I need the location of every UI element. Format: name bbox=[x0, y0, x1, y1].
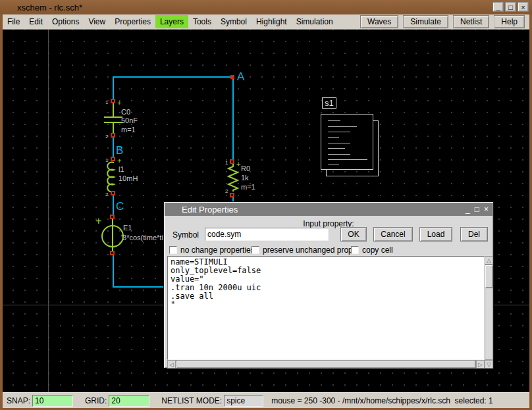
minimize-icon[interactable]: _ bbox=[492, 2, 504, 12]
cap-plate-top[interactable] bbox=[104, 116, 122, 118]
net-label-b[interactable]: B bbox=[116, 144, 123, 157]
res-value: 1k bbox=[241, 174, 249, 182]
source-circle[interactable] bbox=[101, 225, 124, 247]
edit-properties-dialog: Edit Properties _ □ × Input property: Sy… bbox=[163, 201, 494, 369]
copy-cell-label: copy cell bbox=[362, 245, 393, 255]
grid-input[interactable]: 20 bbox=[109, 395, 149, 407]
preserve-unchanged-props-checkbox[interactable] bbox=[252, 246, 259, 254]
scroll-left-icon[interactable]: ◁ bbox=[167, 360, 176, 369]
copy-cell-checkbox[interactable] bbox=[351, 246, 359, 254]
menu-layers[interactable]: Layers bbox=[155, 15, 188, 28]
axis-vertical bbox=[48, 30, 49, 392]
xschem-window: xschem - rlc.sch* _ □ × File Edit Option… bbox=[0, 0, 532, 410]
ind-name: l1 bbox=[119, 165, 124, 173]
no-change-properties-checkbox[interactable] bbox=[169, 246, 177, 254]
wire-endpoint bbox=[230, 75, 234, 79]
cap-pin1[interactable] bbox=[111, 99, 115, 103]
load-button[interactable]: Load bbox=[419, 227, 452, 242]
cap-name: C0 bbox=[121, 108, 130, 116]
horizontal-scroll-thumb[interactable] bbox=[176, 360, 476, 369]
ind-pin1[interactable] bbox=[111, 157, 115, 161]
ok-button[interactable]: OK bbox=[340, 227, 367, 242]
maximize-icon[interactable]: □ bbox=[505, 2, 516, 12]
net-label-a[interactable]: A bbox=[237, 70, 244, 84]
scroll-up-icon[interactable]: △ bbox=[485, 256, 493, 265]
src-pin2[interactable] bbox=[110, 251, 115, 255]
res-name: R0 bbox=[241, 165, 250, 172]
net-label-c[interactable]: C bbox=[116, 200, 124, 213]
menu-edit[interactable]: Edit bbox=[24, 15, 47, 28]
help-button[interactable]: Help bbox=[494, 15, 525, 28]
preserve-unchanged-props-label: preserve unchanged props bbox=[263, 245, 357, 255]
res-mult: m=1 bbox=[241, 183, 255, 191]
menu-view[interactable]: View bbox=[84, 15, 110, 28]
wire-src-bottom[interactable] bbox=[113, 253, 114, 288]
wire-cap-top[interactable] bbox=[113, 76, 114, 101]
menu-options[interactable]: Options bbox=[47, 15, 84, 28]
snap-label: SNAP: bbox=[7, 396, 30, 405]
menu-symbol[interactable]: Symbol bbox=[216, 15, 252, 28]
grid-label: GRID: bbox=[85, 396, 107, 405]
src-value: '3*cos(time*ti bbox=[121, 234, 163, 242]
ind-pin2-number: 2 bbox=[105, 192, 108, 197]
symbol-label: Symbol bbox=[173, 230, 199, 240]
menu-properties[interactable]: Properties bbox=[110, 15, 155, 28]
resistor-zigzag[interactable] bbox=[226, 164, 240, 192]
snap-input[interactable]: 10 bbox=[32, 395, 73, 407]
scroll-down-icon[interactable]: ▽ bbox=[485, 360, 493, 369]
res-pin2-number: 2 bbox=[225, 188, 228, 194]
cap-pin2[interactable] bbox=[111, 133, 115, 138]
netlist-mode-label: NETLIST MODE: bbox=[161, 396, 222, 405]
no-change-properties-label: no change properties bbox=[180, 245, 255, 255]
property-textarea[interactable]: name=STIMULI only_toplevel=false value="… bbox=[167, 256, 485, 360]
dialog-title: Edit Properties bbox=[182, 205, 238, 215]
cap-value: 50nF bbox=[121, 116, 138, 124]
wire-bottom[interactable] bbox=[113, 286, 169, 288]
cancel-button[interactable]: Cancel bbox=[373, 227, 413, 242]
code-symbol[interactable] bbox=[321, 114, 373, 170]
close-icon[interactable]: × bbox=[518, 2, 529, 12]
dialog-maximize-icon[interactable]: □ bbox=[475, 205, 479, 213]
inductor-coil[interactable] bbox=[103, 161, 119, 193]
statusbar: SNAP: 10 GRID: 20 NETLIST MODE: spice mo… bbox=[3, 392, 529, 408]
ind-pin2[interactable] bbox=[111, 191, 115, 195]
simulate-button[interactable]: Simulate bbox=[403, 15, 448, 28]
src-pin1[interactable] bbox=[110, 215, 115, 219]
symbol-input[interactable]: code.sym bbox=[205, 228, 329, 241]
wire-right[interactable] bbox=[232, 76, 234, 161]
src-plus: + bbox=[95, 216, 101, 226]
vertical-scroll-thumb[interactable] bbox=[485, 265, 493, 288]
menubar: File Edit Options View Properties Layers… bbox=[3, 14, 529, 30]
menu-file[interactable]: File bbox=[3, 15, 24, 28]
res-pin2[interactable] bbox=[230, 193, 234, 197]
netlist-button[interactable]: Netlist bbox=[453, 15, 489, 28]
netlist-mode-input[interactable]: spice bbox=[224, 395, 263, 407]
mouse-coordinates-info: mouse = 250 -300 - /mnt/x/home/schippes/… bbox=[271, 396, 493, 405]
ind-value: 10mH bbox=[119, 174, 138, 182]
window-titlebar: xschem - rlc.sch* _ □ × bbox=[0, 0, 532, 14]
scroll-right-icon[interactable]: ▷ bbox=[476, 360, 485, 369]
src-name: E1 bbox=[123, 224, 132, 232]
del-button[interactable]: Del bbox=[460, 227, 488, 242]
cap-mult: m=1 bbox=[121, 126, 136, 134]
waves-button[interactable]: Waves bbox=[360, 15, 398, 28]
wire-ind-src[interactable] bbox=[113, 194, 114, 216]
cap-lead-top bbox=[113, 103, 114, 116]
code-symbol-label[interactable]: s1 bbox=[322, 97, 336, 109]
dialog-close-icon[interactable]: × bbox=[484, 205, 489, 213]
menu-tools[interactable]: Tools bbox=[188, 15, 216, 28]
window-title: xschem - rlc.sch* bbox=[17, 3, 82, 13]
cap-pin2-number: 2 bbox=[105, 134, 108, 140]
res-pin1[interactable] bbox=[230, 159, 234, 164]
wire-top[interactable] bbox=[113, 76, 234, 78]
cap-plus: + bbox=[117, 99, 121, 107]
menu-highlight[interactable]: Highlight bbox=[252, 15, 292, 28]
dialog-minimize-icon[interactable]: _ bbox=[466, 205, 470, 213]
dialog-titlebar[interactable]: Edit Properties _ □ × bbox=[165, 203, 492, 216]
menu-simulation[interactable]: Simulation bbox=[292, 15, 338, 28]
cap-pin1-number: 1 bbox=[105, 99, 108, 105]
